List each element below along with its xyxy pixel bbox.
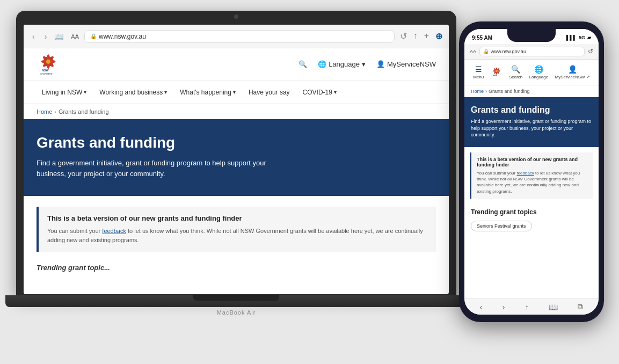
phone-beta-box: This is a beta version of our new grants… [470,152,593,199]
browser-extra-icon[interactable]: ⊕ [435,31,442,41]
share-icon[interactable]: ↑ [413,31,418,41]
bookmarks-icon[interactable]: 📖 [54,32,63,41]
text-size-label[interactable]: AA [71,33,79,40]
nsw-nav: Living in NSW ▾ Working and business ▾ W… [24,81,449,104]
url-bar[interactable]: 🔒 www.nsw.gov.au [84,30,395,43]
add-tab-icon[interactable]: + [424,31,429,41]
phone-nav-language[interactable]: 🌐 Language [529,65,549,79]
nav-item-working-chevron: ▾ [164,89,167,95]
lock-icon: 🔒 [90,33,97,39]
breadcrumb: Home › Grants and funding [24,104,449,119]
phone-language-label: Language [529,75,549,79]
phone-notch [507,29,556,42]
nav-item-covid[interactable]: COVID-19 ▾ [297,81,342,104]
search-button[interactable]: 🔍 [298,60,307,68]
phone-nsw-nav: ☰ Menu [464,60,599,85]
myservice-button[interactable]: 👤 MyServiceNSW [376,60,436,68]
phone-menu-label: Menu [473,75,484,79]
reload-icon[interactable]: ↺ [400,31,407,41]
url-text: www.nsw.gov.au [99,33,146,40]
language-label: Language [329,60,360,68]
phone-url-text: www.nsw.gov.au [491,49,526,54]
phone-globe-icon: 🌐 [534,65,543,74]
search-icon: 🔍 [298,60,307,68]
nav-item-have-your-say-label: Have your say [249,89,290,96]
phone-tabs-button[interactable]: ⧉ [578,302,583,311]
nsw-hero: Grants and funding Find a government ini… [24,119,449,196]
nsw-website: NSW GOVERNMENT 🔍 🌐 Language ▾ [24,48,449,272]
nav-item-whats-happening-label: What's happening [180,89,231,96]
phone-nav-logo[interactable]: NSW [491,67,503,78]
trending-heading-partial: Trending grant topic... [24,263,449,272]
phone-search-icon: 🔍 [511,65,520,74]
forward-button[interactable]: › [42,31,49,42]
phone-signal-icon: ▌▌▌ [566,35,577,40]
phone-nav-menu[interactable]: ☰ Menu [473,65,484,79]
phone-browser-bar: AA 🔒 www.nsw.gov.au ↺ [464,44,599,60]
nav-item-working[interactable]: Working and business ▾ [94,81,172,104]
nav-item-living[interactable]: Living in NSW ▾ [37,81,92,104]
phone-hero-description: Find a government initiative, grant or f… [471,118,592,139]
phone-aa-label[interactable]: AA [470,49,476,54]
nav-item-covid-chevron: ▾ [334,89,337,95]
laptop-base-notch [193,295,279,301]
back-button[interactable]: ‹ [30,31,37,42]
svg-point-9 [46,59,50,63]
phone-user-icon: 👤 [568,65,577,74]
beta-box: This is a beta version of our new grants… [37,207,436,252]
trending-tag-seniors[interactable]: Seniors Festival grants [471,221,532,231]
phone-back-button[interactable]: ‹ [480,303,483,311]
phone-nav-search[interactable]: 🔍 Search [509,65,522,79]
phone-breadcrumb-current: Grants and funding [489,89,530,94]
phone-trending: Trending grant topics Seniors Festival g… [464,204,599,234]
phone-nav-myservice[interactable]: 👤 MyServiceNSW ↗ [555,65,590,79]
globe-icon: 🌐 [318,60,326,68]
laptop: ‹ › 📖 AA 🔒 www.nsw.gov.au ↺ ↑ + ⊕ [16,11,456,327]
phone-beta-box-title: This is a beta version of our new grants… [477,157,588,168]
browser-chrome: ‹ › 📖 AA 🔒 www.nsw.gov.au ↺ ↑ + ⊕ [24,25,449,48]
phone-beta-feedback-link[interactable]: feedback [516,171,534,176]
trending-partial-label: Trending grant topic... [37,264,110,272]
phone-forward-button[interactable]: › [503,303,505,311]
phone-network-label: 5G [579,35,585,40]
breadcrumb-separator: › [54,108,56,115]
beta-box-text: You can submit your feedback to let us k… [47,227,427,244]
phone-hero-title: Grants and funding [471,105,592,115]
language-chevron-icon: ▾ [362,60,366,68]
nav-item-working-label: Working and business [99,89,163,96]
phone-status-right: ▌▌▌ 5G ▰ [566,35,591,40]
phone-breadcrumb-home[interactable]: Home [471,89,484,94]
phone-trending-heading: Trending grant topics [471,208,592,216]
phone-battery-icon: ▰ [587,35,591,40]
language-button[interactable]: 🌐 Language ▾ [318,60,366,68]
nsw-waratah-icon: NSW GOVERNMENT [37,54,60,75]
hamburger-icon: ☰ [475,65,482,74]
phone-search-label: Search [509,75,522,79]
nsw-logo[interactable]: NSW GOVERNMENT [37,54,60,75]
beta-box-feedback-link[interactable]: feedback [102,228,126,234]
nav-item-have-your-say[interactable]: Have your say [243,81,295,104]
phone-bookmarks-button[interactable]: 📖 [549,303,558,311]
phone-bottom-bar: ‹ › ↑ 📖 ⧉ [464,299,599,315]
hero-description: Find a government initiative, grant or f… [37,158,273,179]
phone-breadcrumb: Home › Grants and funding [464,85,599,97]
beta-box-text-before: You can submit your [47,228,102,234]
svg-text:NSW: NSW [493,74,497,76]
phone-share-button[interactable]: ↑ [525,303,529,311]
phone-nsw-waratah-icon: NSW [491,67,503,78]
browser-actions: ↺ ↑ + ⊕ [400,31,442,41]
nsw-website-header: NSW GOVERNMENT 🔍 🌐 Language ▾ [24,48,449,81]
phone-hero: Grants and funding Find a government ini… [464,97,599,147]
breadcrumb-home-link[interactable]: Home [37,108,52,115]
svg-text:NSW: NSW [42,69,49,72]
scene: ‹ › 📖 AA 🔒 www.nsw.gov.au ↺ ↑ + ⊕ [0,0,619,364]
phone-reload-icon[interactable]: ↺ [588,48,593,55]
phone-myservice-label: MyServiceNSW ↗ [555,75,590,79]
phone-breadcrumb-sep: › [485,89,487,94]
phone-screen: 9:55 AM ▌▌▌ 5G ▰ AA 🔒 www.nsw.gov.au ↺ [464,29,599,315]
laptop-screen: ‹ › 📖 AA 🔒 www.nsw.gov.au ↺ ↑ + ⊕ [24,25,449,294]
laptop-base [5,295,467,307]
nav-item-whats-happening[interactable]: What's happening ▾ [174,81,241,104]
nsw-header-right: 🔍 🌐 Language ▾ 👤 MyServiceNSW [298,60,436,68]
phone-url-bar[interactable]: 🔒 www.nsw.gov.au [479,47,585,56]
